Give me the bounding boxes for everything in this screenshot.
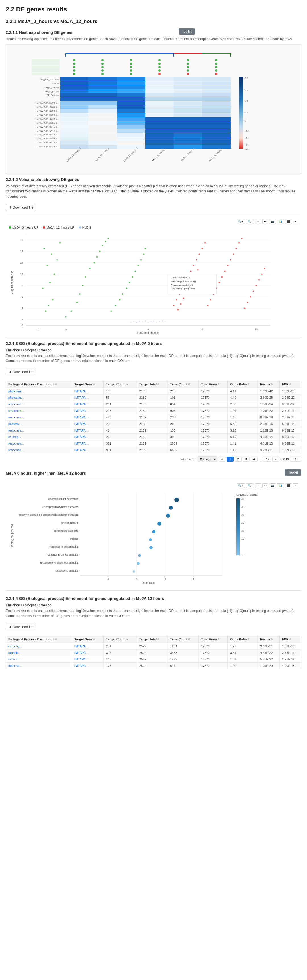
zoom-in-btn[interactable]: 🔍+ <box>236 219 245 224</box>
svg-rect-133 <box>117 137 145 141</box>
svg-point-33 <box>187 70 189 72</box>
svg-rect-101 <box>60 117 89 121</box>
page-2-btn[interactable]: 2 <box>235 457 242 462</box>
gene-link[interactable]: IMTAPA... <box>74 644 89 648</box>
svg-point-266 <box>199 254 200 255</box>
section-2-2-1-title: 2.2.1 MeJA_0_hours vs MeJA_12_hours <box>6 19 301 24</box>
svg-rect-87 <box>174 105 202 109</box>
svg-rect-140 <box>145 141 174 145</box>
gene-link[interactable]: IMTAPA... <box>74 396 89 399</box>
svg-rect-124 <box>202 129 231 133</box>
gene-link[interactable]: IMTAPA... <box>74 415 89 419</box>
dot-plot-toolkit-btn[interactable]: Toolkit <box>285 469 301 476</box>
bar-chart-btn[interactable]: 📊 <box>277 219 284 224</box>
go-12h-download-btn[interactable]: Download file <box>6 624 36 630</box>
process-link[interactable]: response... <box>8 415 24 419</box>
dp-bar[interactable]: 📊 <box>277 483 284 488</box>
page-size-select[interactable]: 20/page 50/page <box>198 456 217 462</box>
svg-text:0.8: 0.8 <box>245 77 248 80</box>
gene-link[interactable]: IMTAPA... <box>74 390 89 393</box>
gene-link[interactable]: IMTAPA... <box>74 651 89 654</box>
svg-rect-131 <box>60 137 89 141</box>
legend-nodiff: NoDiff <box>79 226 91 229</box>
process-link[interactable]: response... <box>8 402 24 406</box>
gene-link[interactable]: IMTAPA... <box>74 402 89 406</box>
zoom-out-btn[interactable]: 🔍- <box>246 219 254 224</box>
svg-text:IMPTAPA2N41233_1–: IMPTAPA2N41233_1– <box>36 118 59 120</box>
svg-point-331 <box>149 538 152 541</box>
dp-camera[interactable]: 📷 <box>269 483 276 488</box>
process-link[interactable]: second... <box>8 657 21 661</box>
gene-link[interactable]: IMTAPA... <box>74 442 89 445</box>
reset-btn[interactable]: ↩ <box>263 219 268 224</box>
gene-link[interactable]: IMTAPA... <box>74 448 89 452</box>
gene-link[interactable]: IMTAPA... <box>74 664 89 667</box>
svg-point-14 <box>158 59 161 62</box>
gene-link[interactable]: IMTAPA... <box>74 657 89 661</box>
svg-rect-114 <box>89 125 117 129</box>
page-75-btn[interactable]: 75 <box>263 457 271 462</box>
gene-link[interactable]: IMTAPA... <box>74 422 89 426</box>
volcano-svg: 16 14 12 10 8 6 4 2 0 -10 -5 0 5 10 <box>9 231 276 334</box>
svg-rect-51 <box>174 81 202 85</box>
svg-rect-117 <box>174 125 202 129</box>
dp-pan[interactable]: ↔ <box>255 483 261 488</box>
dp-reset[interactable]: ↩ <box>263 483 268 488</box>
process-link[interactable]: carbohy... <box>8 644 22 648</box>
process-link[interactable]: response... <box>8 429 24 432</box>
svg-point-221 <box>76 302 78 304</box>
go-0h-enriched-title: Enriched Biological process. <box>6 348 301 352</box>
dp-menu[interactable]: ≡ <box>293 483 298 488</box>
svg-point-218 <box>59 242 61 243</box>
volcano-download-btn[interactable]: Download file <box>6 204 36 211</box>
process-link[interactable]: defense... <box>8 664 22 667</box>
svg-rect-112 <box>202 121 231 125</box>
dp-zoom-in[interactable]: 🔍+ <box>236 483 245 488</box>
col-header-pvalue: Pvalue ≑ <box>258 381 280 388</box>
gene-link[interactable]: IMTAPA... <box>74 435 89 439</box>
process-link[interactable]: organic... <box>8 651 21 654</box>
goto-input[interactable] <box>290 457 301 462</box>
process-link[interactable]: response... <box>8 448 24 452</box>
svg-point-330 <box>152 530 155 533</box>
page-3-btn[interactable]: 3 <box>243 457 250 462</box>
svg-rect-107 <box>60 121 89 125</box>
process-link[interactable]: chlorop... <box>8 435 21 439</box>
page-1-btn[interactable]: 1 <box>226 457 233 462</box>
process-link[interactable]: photosyn... <box>8 390 24 393</box>
process-link[interactable]: photosyn... <box>8 396 24 399</box>
dp-black[interactable]: ⬛ <box>285 483 292 488</box>
menu-btn[interactable]: ≡ <box>293 219 298 224</box>
svg-text:MeJA_12_hours_2: MeJA_12_hours_2 <box>123 147 138 162</box>
svg-rect-106 <box>202 117 231 121</box>
section-2-2-1: 2.2.1 MeJA_0_hours vs MeJA_12_hours 2.2.… <box>6 19 301 669</box>
svg-text:-0.8: -0.8 <box>245 148 249 151</box>
svg-point-234 <box>119 299 120 301</box>
svg-point-329 <box>157 522 161 526</box>
svg-rect-80 <box>145 101 174 105</box>
pan-btn[interactable]: ↔ <box>255 219 261 224</box>
dp-zoom-out[interactable]: 🔍- <box>246 483 254 488</box>
next-btn[interactable]: > <box>272 457 279 462</box>
svg-text:30: 30 <box>241 514 244 516</box>
go-0h-download-btn[interactable]: Download file <box>6 369 36 375</box>
svg-point-258 <box>176 299 177 301</box>
svg-text:12: 12 <box>20 261 23 264</box>
process-link[interactable]: response... <box>8 442 24 445</box>
prev-btn[interactable]: < <box>218 457 225 462</box>
gene-link[interactable]: IMTAPA... <box>74 429 89 432</box>
heatmap-toolkit-btn[interactable]: Toolkit <box>179 29 195 35</box>
page-4-btn[interactable]: 4 <box>251 457 258 462</box>
process-link[interactable]: response... <box>8 409 24 412</box>
svg-rect-108 <box>89 121 117 125</box>
svg-text:IMPTAPA2N26233_1–: IMPTAPA2N26233_1– <box>36 137 59 140</box>
svg-rect-93 <box>174 109 202 113</box>
gene-link[interactable]: IMTAPA... <box>74 409 89 412</box>
svg-rect-110 <box>145 121 174 125</box>
col-header-target-gene: Target Gene ≑ <box>72 381 103 388</box>
process-link[interactable]: photosy... <box>8 422 22 426</box>
svg-point-232 <box>111 310 112 312</box>
black-btn[interactable]: ⬛ <box>285 219 292 224</box>
svg-text:2: 2 <box>22 318 23 321</box>
camera-btn[interactable]: 📷 <box>269 219 276 224</box>
